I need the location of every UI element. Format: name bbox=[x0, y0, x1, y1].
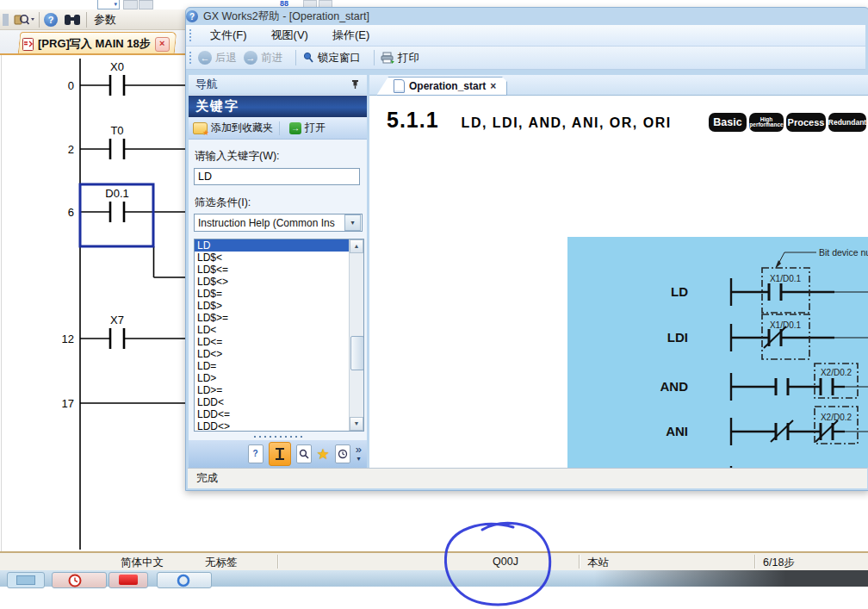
back-button[interactable]: ←后退 bbox=[198, 51, 237, 65]
list-item[interactable]: LD$= bbox=[195, 288, 350, 300]
status-language: 简体中文 bbox=[121, 556, 164, 570]
tab-operation-start[interactable]: Operation_start × bbox=[376, 77, 507, 96]
device-label: X1/D0.1 bbox=[770, 320, 802, 330]
list-item[interactable]: LD<= bbox=[195, 336, 350, 348]
add-to-favorites-button[interactable]: 添加到收藏夹 bbox=[193, 121, 273, 135]
keyword-search-icon[interactable] bbox=[269, 442, 291, 466]
content-tab-label: Operation_start bbox=[409, 80, 486, 92]
help-menubar: 文件(F) 视图(V) 操作(E) bbox=[186, 25, 865, 47]
status-step-count: 6/18步 bbox=[763, 556, 795, 570]
instr-label: LD bbox=[671, 284, 688, 299]
cpu-series-badges: Basic High performance Process Redundant… bbox=[709, 113, 868, 135]
help-app-icon: ? bbox=[186, 10, 198, 22]
main-statusbar: 简体中文 无标签 Q00J 本站 6/18步 bbox=[0, 551, 868, 570]
nav-mode-toolbar: ? ★ »▾ bbox=[189, 440, 367, 468]
chevron-down-icon[interactable]: ▾ bbox=[344, 214, 361, 231]
device-label: T0 bbox=[110, 124, 123, 137]
nav-header-label: 导航 bbox=[195, 77, 218, 92]
instr-label: AND bbox=[660, 379, 689, 394]
add-to-favorites-label: 添加到收藏夹 bbox=[211, 121, 273, 135]
list-item[interactable]: LD$> bbox=[195, 300, 350, 312]
keyword-list[interactable]: LD LD$< LD$<= LD$<> LD$= LD$> LD$>= LD< … bbox=[194, 239, 364, 432]
taskbar-item-browser[interactable] bbox=[157, 572, 212, 588]
help-window-title: GX Works2帮助 - [Operation_start] bbox=[203, 9, 369, 24]
instr-label: LDI bbox=[667, 330, 688, 345]
badge-process: Process bbox=[786, 113, 826, 132]
list-item[interactable]: LD$>= bbox=[195, 312, 350, 324]
list-item[interactable]: LD$<> bbox=[195, 276, 350, 288]
lock-label: 锁定窗口 bbox=[318, 51, 361, 65]
scrollbar-thumb[interactable] bbox=[350, 336, 364, 370]
ladder-editor[interactable]: X0 T0 D0.1 X7 0 2 6 12 17 bbox=[0, 0, 188, 551]
print-button[interactable]: 打印 bbox=[381, 51, 419, 65]
clock-icon bbox=[68, 574, 82, 587]
screen: ▾ 88 ? 参数 [PRG]写入 MAIN 18步 × bbox=[0, 0, 868, 609]
index-glyph bbox=[274, 447, 286, 461]
section-title: LD, LDI, AND, ANI, OR, ORI bbox=[462, 115, 672, 131]
browser-icon bbox=[177, 574, 190, 587]
list-item[interactable]: LD= bbox=[195, 360, 350, 372]
scroll-down-icon[interactable]: ▼ bbox=[350, 417, 363, 431]
taskbar-item-clock[interactable] bbox=[52, 572, 107, 588]
list-item[interactable]: LDD< bbox=[195, 396, 350, 408]
step-number: 6 bbox=[68, 206, 74, 219]
step-number: 17 bbox=[62, 397, 74, 410]
forward-icon: → bbox=[244, 51, 257, 65]
taskbar-item-window[interactable] bbox=[7, 572, 45, 588]
list-item[interactable]: LD<> bbox=[195, 348, 350, 360]
forward-button[interactable]: →前进 bbox=[244, 51, 282, 65]
menu-view[interactable]: 视图(V) bbox=[259, 25, 320, 46]
menu-operation[interactable]: 操作(E) bbox=[320, 25, 381, 46]
instruction-diagram: Bit device number / Word device bit desi… bbox=[567, 237, 868, 468]
drag-grip[interactable] bbox=[189, 28, 193, 42]
keyword-input[interactable] bbox=[194, 168, 360, 185]
page-icon bbox=[394, 79, 405, 93]
badge-basic: Basic bbox=[709, 113, 747, 132]
print-label: 打印 bbox=[398, 51, 419, 65]
pin-icon[interactable] bbox=[350, 79, 360, 90]
help-window: ? GX Works2帮助 - [Operation_start] 文件(F) … bbox=[185, 7, 868, 491]
full-text-search-icon[interactable] bbox=[296, 444, 312, 463]
list-item[interactable]: LD> bbox=[195, 372, 350, 384]
favorites-toolbar: 添加到收藏夹 → 打开 bbox=[189, 117, 367, 140]
list-item[interactable]: LD$<= bbox=[195, 264, 350, 276]
history-icon[interactable] bbox=[335, 444, 350, 463]
filter-combobox[interactable]: Instruction Help (Common Ins ▾ bbox=[194, 214, 363, 232]
help-contents-icon[interactable]: ? bbox=[248, 444, 264, 463]
section-number: 5.1.1 bbox=[387, 108, 439, 133]
status-tag: 无标签 bbox=[205, 556, 238, 570]
list-item[interactable]: LD< bbox=[195, 324, 350, 336]
panel-splitter[interactable] bbox=[189, 433, 367, 440]
ladder-wires bbox=[80, 59, 188, 550]
help-titlebar[interactable]: ? GX Works2帮助 - [Operation_start] bbox=[186, 8, 858, 25]
drag-grip[interactable] bbox=[189, 51, 193, 65]
taskbar-item-media[interactable] bbox=[108, 572, 148, 588]
scrollbar[interactable]: ▲ ▼ bbox=[349, 239, 363, 431]
pin-icon bbox=[302, 52, 314, 64]
list-item[interactable]: LD bbox=[195, 239, 350, 252]
close-icon[interactable]: × bbox=[490, 80, 496, 92]
nav-header: 导航 bbox=[189, 75, 367, 95]
help-toolbar: ←后退 →前进 锁定窗口 打印 bbox=[186, 47, 865, 70]
list-item[interactable]: LDD<= bbox=[195, 408, 350, 420]
scroll-up-icon[interactable]: ▲ bbox=[350, 239, 363, 253]
lock-window-button[interactable]: 锁定窗口 bbox=[302, 51, 361, 65]
help-statusbar: 完成 bbox=[188, 468, 867, 488]
device-label: X1/D0.1 bbox=[770, 274, 802, 283]
list-item[interactable]: LD$< bbox=[195, 252, 350, 264]
favorites-icon[interactable]: ★ bbox=[317, 445, 330, 463]
more-buttons-icon[interactable]: »▾ bbox=[356, 445, 362, 463]
open-button[interactable]: → 打开 bbox=[286, 121, 326, 135]
step-number: 12 bbox=[62, 332, 74, 345]
back-label: 后退 bbox=[215, 51, 237, 65]
media-icon bbox=[119, 575, 138, 585]
ladder-labels: X0 T0 D0.1 X7 0 2 6 12 17 bbox=[62, 60, 129, 410]
menu-file[interactable]: 文件(F) bbox=[198, 25, 259, 46]
list-item[interactable]: LDD<> bbox=[195, 420, 350, 432]
badge-redundant: Redundant bbox=[828, 113, 866, 132]
list-item[interactable]: LD>= bbox=[195, 384, 350, 396]
filter-label: 筛选条件(I): bbox=[195, 196, 251, 210]
clock-glyph bbox=[338, 449, 348, 459]
favorites-folder-icon bbox=[193, 122, 208, 134]
annotation-callout bbox=[778, 252, 816, 265]
